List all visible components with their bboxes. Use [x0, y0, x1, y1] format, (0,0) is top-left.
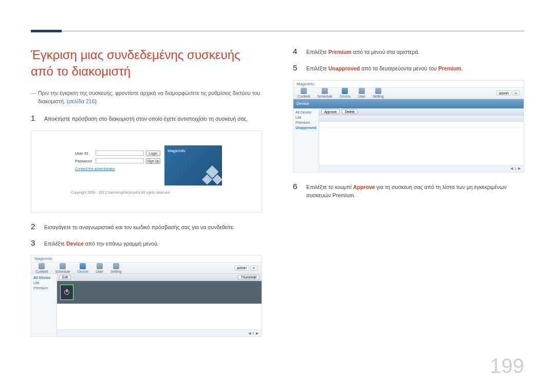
login-decor-shape	[199, 163, 222, 185]
user-id-label: User ID	[75, 151, 94, 156]
step-1: 1 Αποκτήστε πρόσβαση στο διακομιστή στον…	[31, 114, 262, 123]
tab2-content[interactable]: Content	[298, 88, 310, 98]
step-2-num: 2	[31, 222, 37, 231]
page-number: 199	[490, 354, 524, 378]
srv-section-head: Device	[293, 99, 524, 108]
step-6-num: 6	[293, 182, 299, 191]
kw-unapproved: Unapproved	[328, 65, 360, 71]
tab2-setting[interactable]: Setting	[373, 88, 384, 98]
password-input[interactable]	[96, 158, 144, 163]
step-4-num: 4	[293, 47, 299, 55]
user-id-input[interactable]	[96, 151, 144, 156]
step-3-text: Επιλέξτε Device από την επάνω γραμμή μεν…	[44, 239, 159, 248]
tab2-device[interactable]: Device	[340, 88, 350, 98]
tab-user[interactable]: User	[96, 263, 103, 273]
tab-schedule[interactable]: Schedule	[55, 263, 70, 273]
step-2: 2 Εισαγάγετε το αναγνωριστικό και τον κω…	[31, 222, 262, 231]
side2-premium[interactable]: Premium	[295, 121, 317, 124]
side2-all[interactable]: All Device	[295, 110, 317, 114]
login-button[interactable]: Login	[146, 151, 160, 156]
page-link[interactable]: σελίδα 216	[68, 98, 95, 104]
side2-unapproved[interactable]: Unapproved	[295, 126, 317, 129]
step-2-text: Εισαγάγετε το αναγνωριστικό και τον κωδι…	[44, 223, 235, 231]
password-label: Password	[75, 159, 94, 163]
table-row[interactable]	[319, 122, 524, 128]
pager2-page: 1	[514, 167, 516, 171]
step-1-text: Αποκτήστε πρόσβαση στο διακομιστή στον ο…	[44, 115, 248, 123]
pager-page: 1	[252, 331, 254, 335]
action-thumbnail[interactable]: Thumbnail	[238, 275, 260, 280]
tab2-schedule[interactable]: Schedule	[318, 88, 332, 98]
srv-logout-chip[interactable]: ⎋	[250, 266, 257, 271]
login-screenshot: User ID Login Password Sign Up Contact t…	[31, 130, 262, 213]
step-6: 6 Επιλέξτε το κουμπί Approve για τη συσκ…	[293, 182, 524, 200]
unapproved-screenshot: MagicInfo Content Schedule Device User S…	[293, 80, 524, 173]
signup-button[interactable]: Sign Up	[146, 158, 160, 164]
side-lite[interactable]: Lite	[33, 281, 54, 285]
magicinfo-brand: MagicInfo	[168, 148, 219, 153]
table-head	[319, 116, 524, 122]
step-5-num: 5	[293, 63, 299, 72]
step-5-text: Επιλέξτε Unapproved από τα δευτερεύοντα …	[306, 64, 463, 72]
srv2-logout-chip[interactable]: ⎋	[512, 90, 520, 96]
srv2-user-chip[interactable]: admin	[496, 90, 511, 96]
side2-lite[interactable]: Lite	[295, 116, 317, 119]
action-edit[interactable]: Edit	[59, 275, 71, 280]
login-copyright: Copyright 2009 - 2013 SamsungElectronics…	[71, 191, 222, 194]
kw-premium: Premium	[328, 49, 351, 55]
srv-user-chip[interactable]: admin	[234, 266, 249, 271]
step-4-text: Επιλέξτε Premium από τα μενού στα αριστε…	[306, 48, 419, 56]
step-6-text: Επιλέξτε το κουμπί Approve για τη συσκευ…	[306, 183, 524, 200]
delete-button[interactable]: Delete	[342, 109, 358, 114]
step-3: 3 Επιλέξτε Device από την επάνω γραμμή μ…	[31, 238, 262, 248]
note-text-post: )	[95, 98, 97, 104]
tab-device[interactable]: Device	[78, 263, 88, 273]
power-icon	[64, 290, 69, 295]
tab2-user[interactable]: User	[358, 88, 365, 98]
srv-brand: MagicInfo	[34, 256, 52, 261]
step-4: 4 Επιλέξτε Premium από τα μενού στα αρισ…	[293, 47, 524, 56]
top-rule	[31, 31, 524, 31]
kw-approve: Approve	[353, 184, 375, 190]
note-dash: ―	[31, 89, 36, 98]
approve-button[interactable]: Approve	[321, 109, 340, 114]
tab-setting[interactable]: Setting	[110, 263, 122, 273]
step-3-num: 3	[31, 238, 37, 247]
device-screenshot: MagicInfo Content Schedule Device User S…	[31, 255, 262, 337]
pre-note: ― Πριν την έγκριση της συσκευής, φροντίσ…	[31, 89, 262, 106]
step-5: 5 Επιλέξτε Unapproved από τα δευτερεύοντ…	[293, 63, 524, 72]
device-thumb[interactable]	[60, 285, 73, 300]
kw-device: Device	[66, 240, 84, 247]
page-title: Έγκριση μιας συνδεδεμένης συσκευής από τ…	[31, 47, 262, 80]
kw-premium-2: Premium	[438, 65, 461, 71]
side-premium[interactable]: Premium	[33, 286, 54, 290]
right-column: 4 Επιλέξτε Premium από τα μενού στα αρισ…	[293, 47, 524, 392]
left-column: Έγκριση μιας συνδεδεμένης συσκευής από τ…	[31, 47, 262, 392]
contact-admin-link[interactable]: Contact the administrator	[75, 167, 160, 171]
side-all-device[interactable]: All Device	[33, 276, 54, 279]
step-1-num: 1	[31, 114, 37, 122]
tab-content[interactable]: Content	[35, 263, 48, 273]
srv-brand-2: MagicInfo	[297, 82, 314, 86]
